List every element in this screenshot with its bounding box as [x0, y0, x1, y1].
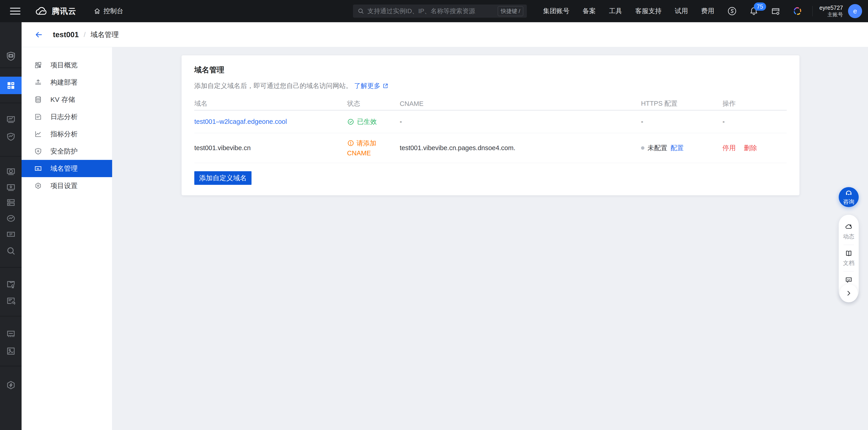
- rail-item-overview-active[interactable]: [0, 77, 22, 94]
- external-link-icon: [382, 83, 389, 89]
- line-chart-icon: [34, 130, 42, 138]
- global-search[interactable]: 快捷键 /: [353, 4, 527, 18]
- rail-divider: [0, 366, 22, 366]
- rail-hexagon-bolt-icon[interactable]: [6, 380, 16, 390]
- tencent-cloud-logo[interactable]: 腾讯云: [35, 6, 76, 16]
- breadcrumb: test001 / 域名管理: [22, 22, 868, 47]
- project-sidebar: 项目概览 构建部署 KV 存储 日志分析 指标分析: [22, 47, 112, 430]
- rail-divider: [0, 68, 22, 68]
- disable-domain-link[interactable]: 停用: [722, 143, 736, 153]
- sidebar-item-label: 指标分析: [51, 130, 78, 139]
- status-text-line2: CNAME: [347, 150, 371, 157]
- support-circle-icon[interactable]: [727, 6, 737, 16]
- status-badge: 请添加 CNAME: [347, 138, 400, 157]
- chat-feedback-icon: [845, 276, 852, 284]
- status-badge: 已生效: [347, 117, 400, 126]
- learn-more-label: 了解更多: [354, 81, 380, 91]
- search-input[interactable]: [368, 7, 498, 15]
- svg-text:IP: IP: [9, 232, 12, 236]
- top-navbar: 腾讯云 控制台 快捷键 / 集团账号 备案 工具 客服支持 试用 费用: [0, 0, 868, 22]
- rail-server-stack-icon[interactable]: [6, 198, 16, 207]
- sidebar-item-domain-management[interactable]: w. 域名管理: [22, 160, 112, 177]
- description-text: 添加自定义域名后，即可通过您自己的域名访问网站。: [194, 81, 352, 91]
- status-text-line1: 请添加: [356, 138, 376, 148]
- shortcut-hint: 快捷键 /: [498, 6, 523, 16]
- sidebar-item-label: 项目概览: [51, 61, 78, 70]
- sidebar-item-kv-storage[interactable]: KV 存储: [22, 91, 112, 108]
- rail-doc-speed-icon[interactable]: [6, 296, 16, 306]
- sidebar-item-label: 日志分析: [51, 112, 78, 122]
- news-button[interactable]: 动态: [843, 221, 855, 242]
- account-role: 主账号: [819, 11, 843, 18]
- check-circle-icon: [347, 118, 354, 125]
- document-icon: [34, 113, 42, 121]
- https-configure-link[interactable]: 配置: [671, 143, 684, 153]
- edgeone-logo-icon[interactable]: [5, 51, 17, 62]
- actions-value: -: [722, 118, 787, 125]
- delete-domain-link[interactable]: 删除: [744, 143, 757, 153]
- nav-billing[interactable]: 费用: [701, 7, 714, 15]
- learn-more-link[interactable]: 了解更多: [354, 81, 389, 91]
- account-name: eyre5727: [819, 4, 843, 11]
- console-link[interactable]: 控制台: [94, 7, 123, 15]
- rail-divider: [0, 103, 22, 103]
- rail-image-icon[interactable]: [6, 346, 16, 356]
- sidebar-item-project-settings[interactable]: 项目设置: [22, 177, 112, 194]
- rail-shield-chart-icon[interactable]: [6, 132, 16, 142]
- card-description: 添加自定义域名后，即可通过您自己的域名访问网站。 了解更多: [194, 81, 787, 91]
- back-arrow-icon[interactable]: [34, 30, 43, 39]
- upload-icon: [34, 78, 42, 87]
- search-icon: [358, 8, 364, 14]
- rail-ip-box-icon[interactable]: IP: [6, 229, 16, 239]
- console-settings-icon[interactable]: [771, 6, 781, 16]
- domain-link[interactable]: test001–w2lcagaf.edgeone.cool: [194, 118, 287, 125]
- nav-support[interactable]: 客服支持: [636, 7, 662, 15]
- breadcrumb-project[interactable]: test001: [53, 30, 79, 39]
- nav-trial[interactable]: 试用: [675, 7, 688, 15]
- notification-bell-icon[interactable]: 75: [749, 6, 759, 16]
- cname-value: test001.vibevibe.cn.pages.dnsoe4.com.: [400, 144, 641, 152]
- brand-name: 腾讯云: [52, 6, 76, 16]
- card-title: 域名管理: [194, 65, 787, 75]
- home-icon: [94, 7, 101, 15]
- sidebar-item-security[interactable]: 安全防护: [22, 143, 112, 160]
- shield-plus-icon: [34, 147, 42, 155]
- feedback-pinwheel-icon[interactable]: [793, 6, 802, 16]
- chevron-right-icon: [845, 290, 852, 297]
- nav-group-account[interactable]: 集团账号: [543, 7, 569, 15]
- settings-icon: [34, 181, 42, 190]
- page-title: 域名管理: [91, 30, 119, 39]
- add-custom-domain-button[interactable]: 添加自定义域名: [194, 171, 251, 185]
- rail-chip-icon[interactable]: [6, 329, 16, 339]
- nav-icp-filing[interactable]: 备案: [583, 7, 596, 15]
- avatar[interactable]: e: [848, 4, 862, 18]
- domain-text: test001.vibevibe.cn: [194, 144, 347, 152]
- warning-circle-icon: [347, 139, 354, 147]
- account-info[interactable]: eyre5727 主账号: [819, 4, 843, 18]
- collapse-toolbar-button[interactable]: [840, 284, 858, 302]
- table-header-row: 域名 状态 CNAME HTTPS 配置 操作: [194, 97, 787, 110]
- rail-monitor-refresh-icon[interactable]: [6, 167, 16, 177]
- rail-search-icon[interactable]: [6, 246, 16, 256]
- sidebar-item-build-deploy[interactable]: 构建部署: [22, 74, 112, 91]
- col-header-domain: 域名: [194, 99, 347, 108]
- notification-count-badge: 75: [754, 2, 766, 11]
- sidebar-item-project-overview[interactable]: 项目概览: [22, 57, 112, 74]
- rail-divider: [0, 316, 22, 317]
- sidebar-item-metrics-analysis[interactable]: 指标分析: [22, 125, 112, 143]
- col-header-status: 状态: [347, 99, 400, 108]
- table-row: test001.vibevibe.cn 请添加 CNAME test001.vi…: [194, 133, 787, 163]
- docs-button[interactable]: 文档: [843, 247, 855, 269]
- rail-certificate-icon[interactable]: [6, 279, 16, 289]
- consult-button[interactable]: 咨询: [839, 187, 859, 207]
- domains-table: 域名 状态 CNAME HTTPS 配置 操作 test001–w2lcagaf…: [194, 97, 787, 163]
- rail-monitor-download-icon[interactable]: [6, 183, 16, 193]
- sidebar-item-log-analysis[interactable]: 日志分析: [22, 108, 112, 125]
- rail-globe-chart-icon[interactable]: [6, 213, 16, 223]
- nav-tools[interactable]: 工具: [609, 7, 622, 15]
- table-row: test001–w2lcagaf.edgeone.cool 已生效 - - -: [194, 110, 787, 133]
- rail-monitor-chart-icon[interactable]: [6, 115, 16, 125]
- sidebar-item-label: 安全防护: [51, 147, 78, 156]
- hamburger-menu-icon[interactable]: [10, 6, 21, 16]
- topbar-divider: [812, 6, 813, 16]
